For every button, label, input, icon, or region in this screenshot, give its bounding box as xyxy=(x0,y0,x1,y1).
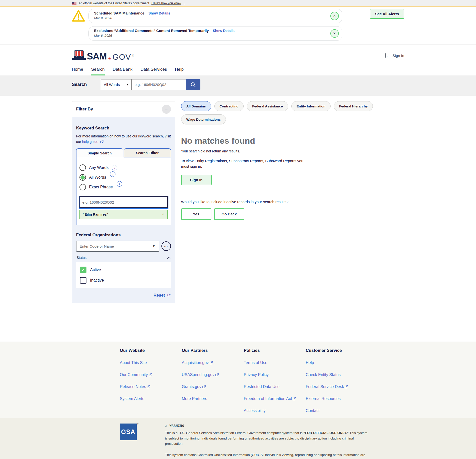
search-mode-select[interactable]: All Words ▾ xyxy=(101,79,132,90)
logo-registered-mark: ® xyxy=(132,54,134,57)
footer-link-release-notes[interactable]: Release Notes xyxy=(120,385,182,389)
nav-item-data-services[interactable]: Data Services xyxy=(140,67,167,75)
go-back-button[interactable]: Go Back xyxy=(214,208,244,220)
alert-maintenance: Scheduled SAM Maintenance Show Details M… xyxy=(88,9,342,23)
logo-gov-text: GOV xyxy=(112,53,131,61)
show-details-link[interactable]: Show Details xyxy=(148,11,170,15)
pill-federal-assistance[interactable]: Federal Assistance xyxy=(247,101,288,111)
footer-link-system-alerts[interactable]: System Alerts xyxy=(120,397,182,401)
reset-filters-link[interactable]: Reset xyxy=(153,293,165,298)
external-link-icon xyxy=(210,361,213,364)
logo-sam-text: SAM xyxy=(87,52,107,61)
radio-any-words[interactable] xyxy=(79,164,86,171)
chevron-up-icon[interactable] xyxy=(167,257,170,259)
radio-exact-phrase-label: Exact Phrase xyxy=(89,185,113,189)
alert-date: Mar 6, 2026 xyxy=(94,34,325,37)
footer-link-more-partners[interactable]: More Partners xyxy=(182,397,244,401)
footer-link-restricted-data-use[interactable]: Restricted Data Use xyxy=(244,385,306,389)
keyword-search-input[interactable] xyxy=(79,196,168,208)
keyword-search-heading: Keyword Search xyxy=(76,126,171,131)
warning-triangle-icon xyxy=(72,10,85,22)
see-all-alerts-button[interactable]: See All Alerts xyxy=(370,9,404,19)
footer-link-grants-gov[interactable]: Grants.gov xyxy=(182,385,244,389)
sam-gov-logo[interactable]: SAM ★ GOV ® xyxy=(72,50,134,61)
collapse-filters-button[interactable]: − xyxy=(162,105,171,114)
caret-down-icon: ▼ xyxy=(152,244,155,248)
domain-filter-pills: All Domains Contracting Federal Assistan… xyxy=(181,101,404,124)
nav-item-home[interactable]: Home xyxy=(72,67,83,75)
close-icon[interactable]: × xyxy=(330,29,339,38)
status-section-label: Status xyxy=(77,256,87,260)
tab-search-editor[interactable]: Search Editor xyxy=(124,148,171,157)
keyword-chip-text: "Eilin Ramirez" xyxy=(83,212,108,216)
search-submit-button[interactable] xyxy=(186,79,200,90)
warning-text: This is a U.S. General Services Administ… xyxy=(165,431,304,435)
header-sign-in-link[interactable]: ← Sign In xyxy=(385,53,404,58)
logo-star-icon: ★ xyxy=(108,57,111,60)
pill-wage-determinations[interactable]: Wage Determinations xyxy=(181,114,226,124)
footer-link-contact[interactable]: Contact xyxy=(306,409,368,413)
footer-link-usaspending-gov[interactable]: USASpending.gov xyxy=(182,373,244,377)
footer-link-terms-of-use[interactable]: Terms of Use xyxy=(244,361,306,365)
gsa-registered-mark: ® xyxy=(137,423,139,425)
nav-item-search[interactable]: Search xyxy=(91,67,105,75)
sign-in-button[interactable]: Sign In xyxy=(181,175,212,185)
info-icon[interactable]: i xyxy=(110,171,115,177)
show-details-link[interactable]: Show Details xyxy=(213,29,234,33)
close-icon[interactable]: × xyxy=(330,12,339,20)
reset-icon: ⟳ xyxy=(167,293,171,298)
checkbox-active[interactable]: ✓ xyxy=(80,267,86,273)
keyword-search-tabs: Simple Search Search Editor xyxy=(76,148,171,157)
checkbox-inactive[interactable] xyxy=(80,277,86,284)
footer-link-help[interactable]: Help xyxy=(306,361,368,365)
footer-link-external-resources[interactable]: External Resources xyxy=(306,397,368,401)
external-link-icon xyxy=(215,373,219,376)
footer-link-foia[interactable]: Freedom of Information Act xyxy=(244,397,306,401)
usa-gov-banner: An official website of the United States… xyxy=(0,0,476,7)
site-header: SAM ★ GOV ® ← Sign In Home Search Data B… xyxy=(72,44,404,75)
footer-col-heading: Our Partners xyxy=(182,348,244,353)
radio-all-words[interactable] xyxy=(79,174,86,181)
nav-item-data-bank[interactable]: Data Bank xyxy=(113,67,132,75)
ellipsis-icon: ••• xyxy=(164,245,168,248)
alert-title: Scheduled SAM Maintenance xyxy=(94,11,144,15)
info-icon[interactable]: i xyxy=(112,165,117,170)
tab-simple-search[interactable]: Simple Search xyxy=(76,148,123,157)
filter-panel: Filter By − Keyword Search For more info… xyxy=(72,101,175,303)
nav-item-help[interactable]: Help xyxy=(175,67,184,75)
more-options-button[interactable]: ••• xyxy=(161,241,171,251)
pill-contracting[interactable]: Contracting xyxy=(214,101,244,111)
alerts-section: Scheduled SAM Maintenance Show Details M… xyxy=(0,7,476,44)
federal-organizations-placeholder: Enter Code or Name xyxy=(80,244,114,248)
footer-link-acquisition-gov[interactable]: Acquisition.gov xyxy=(182,361,244,365)
footer-link-accessibility[interactable]: Accessibility xyxy=(244,409,306,413)
remove-chip-icon[interactable]: × xyxy=(162,212,164,216)
footer-col-heading: Our Website xyxy=(120,348,182,353)
search-mode-value: All Words xyxy=(104,82,120,87)
yes-button[interactable]: Yes xyxy=(181,208,211,220)
heres-how-you-know-link[interactable]: Here’s how you know xyxy=(151,1,181,5)
footer-col-customer-service: Customer Service Help Check Entity Statu… xyxy=(306,348,368,413)
radio-exact-phrase[interactable] xyxy=(79,184,86,190)
pill-entity-information[interactable]: Entity Information xyxy=(291,101,331,111)
footer-col-heading: Policies xyxy=(244,348,306,353)
footer-link-check-entity-status[interactable]: Check Entity Status xyxy=(306,373,368,377)
footer-link-federal-service-desk[interactable]: Federal Service Desk xyxy=(306,385,368,389)
radio-all-words-label: All Words xyxy=(89,175,106,180)
sign-in-note: To view Entity Registrations, Subcontrac… xyxy=(181,158,306,169)
external-link-icon xyxy=(147,385,150,388)
warning-title: WARNING xyxy=(169,424,184,428)
radio-any-words-label: Any Words xyxy=(89,165,109,170)
footer-link-our-community[interactable]: Our Community xyxy=(120,373,182,377)
footer-col-our-partners: Our Partners Acquisition.gov USASpending… xyxy=(182,348,244,413)
federal-organizations-select[interactable]: Enter Code or Name ▼ xyxy=(76,241,159,252)
footer-link-about-this-site[interactable]: About This Site xyxy=(120,361,182,365)
footer-col-policies: Policies Terms of Use Privacy Policy Res… xyxy=(244,348,306,413)
no-results-text: Your search did not return any results. xyxy=(181,149,404,153)
pill-all-domains[interactable]: All Domains xyxy=(181,101,211,111)
global-search-input[interactable] xyxy=(132,79,186,90)
pill-federal-hierarchy[interactable]: Federal Hierarchy xyxy=(334,101,373,111)
footer-link-privacy-policy[interactable]: Privacy Policy xyxy=(244,373,306,377)
info-icon[interactable]: i xyxy=(117,181,122,187)
help-guide-link[interactable]: help guide xyxy=(82,140,98,144)
